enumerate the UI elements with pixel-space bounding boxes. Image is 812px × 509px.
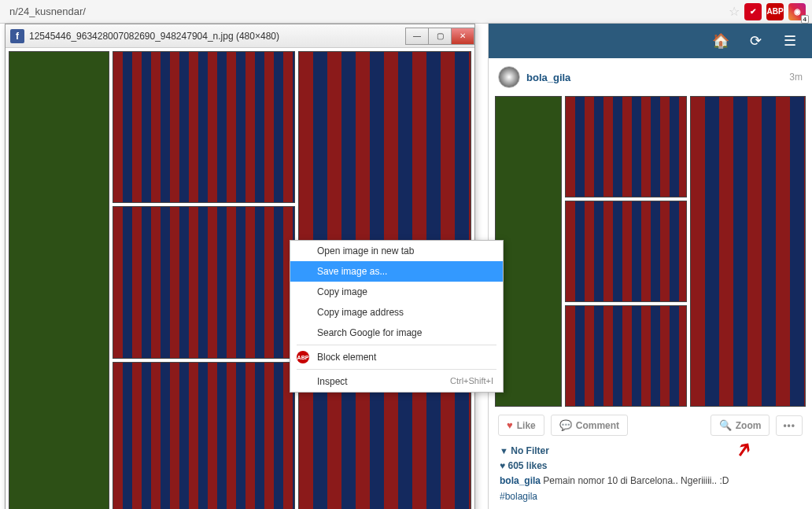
caption-username[interactable]: bola_gila: [500, 475, 541, 486]
search-icon: 🔍: [719, 419, 732, 431]
instagram-panel: 🏠 ⟳ ☰ bola_gila 3m ♥Like 💬Comment: [488, 24, 812, 509]
ctx-block-element[interactable]: ABP Block element: [290, 347, 503, 367]
post-meta: ▼ No Filter ♥ 605 likes bola_gila Pemain…: [489, 444, 812, 504]
like-button[interactable]: ♥Like: [498, 415, 544, 436]
menu-button[interactable]: ☰: [774, 27, 806, 55]
close-button[interactable]: ✕: [451, 28, 474, 45]
abp-extension-icon[interactable]: ABP: [766, 3, 784, 20]
more-button[interactable]: •••: [776, 415, 803, 436]
ctx-copy-address[interactable]: Copy image address: [290, 302, 503, 323]
post-header: bola_gila 3m: [489, 58, 812, 96]
extension-badge: 4: [801, 15, 809, 24]
funnel-icon: ▼: [500, 446, 508, 456]
post-image[interactable]: [495, 96, 806, 407]
comment-icon: 💬: [559, 419, 572, 431]
heart-icon: ♥: [500, 460, 505, 471]
browser-toolbar: n/24_kusnendar/ ☆ ✔ ABP ◉ 4: [0, 0, 812, 24]
collage-photo: [113, 51, 295, 203]
likes-line[interactable]: ♥ 605 likes: [500, 459, 801, 474]
bookmark-star-icon[interactable]: ☆: [729, 4, 740, 19]
ctx-open-new-tab[interactable]: Open image in new tab: [290, 241, 503, 261]
facebook-icon: f: [10, 29, 24, 43]
ctx-search-google[interactable]: Search Google for image: [290, 323, 503, 343]
refresh-button[interactable]: ⟳: [740, 27, 771, 55]
instagram-extension-icon[interactable]: ◉ 4: [788, 3, 806, 20]
filter-line[interactable]: ▼ No Filter: [500, 444, 801, 459]
abp-icon: ABP: [297, 351, 309, 363]
collage-photo: [565, 305, 687, 407]
minimize-button[interactable]: —: [405, 28, 429, 45]
collage-photo: [690, 96, 806, 407]
zoom-button[interactable]: 🔍Zoom: [710, 415, 770, 436]
ctx-separator: [297, 369, 496, 370]
post-username[interactable]: bola_gila: [526, 72, 570, 83]
left-pane: f 12545446_963428007082690_948247904_n.j…: [0, 24, 488, 509]
caption: bola_gila Pemain nomor 10 di Barcelona..…: [500, 474, 801, 489]
collage-photo: [113, 206, 295, 358]
hashtag[interactable]: #bolagila: [500, 491, 537, 502]
window-titlebar[interactable]: f 12545446_963428007082690_948247904_n.j…: [6, 24, 474, 48]
url-bar[interactable]: n/24_kusnendar/: [6, 6, 729, 17]
home-button[interactable]: 🏠: [705, 27, 736, 55]
maximize-button[interactable]: ▢: [428, 28, 452, 45]
post-actions: ♥Like 💬Comment 🔍Zoom •••: [489, 407, 812, 444]
avira-extension-icon[interactable]: ✔: [744, 3, 762, 20]
collage-photo: [9, 51, 109, 509]
context-menu: Open image in new tab Save image as... C…: [290, 240, 504, 393]
ctx-shortcut: Ctrl+Shift+I: [450, 376, 493, 387]
instagram-header: 🏠 ⟳ ☰: [489, 24, 812, 58]
ctx-separator: [297, 345, 496, 345]
ctx-copy-image[interactable]: Copy image: [290, 282, 503, 302]
collage-photo: [565, 201, 687, 302]
collage-photo: [113, 362, 295, 509]
ctx-inspect[interactable]: Inspect Ctrl+Shift+I: [290, 371, 503, 392]
window-title: 12545446_963428007082690_948247904_n.jpg…: [29, 31, 406, 42]
collage-photo: [565, 96, 687, 197]
post-time: 3m: [789, 72, 803, 83]
heart-icon: ♥: [507, 419, 513, 431]
comment-button[interactable]: 💬Comment: [551, 415, 628, 436]
collage-photo: [495, 96, 562, 407]
avatar[interactable]: [498, 66, 520, 88]
ctx-save-image-as[interactable]: Save image as...: [290, 261, 503, 282]
